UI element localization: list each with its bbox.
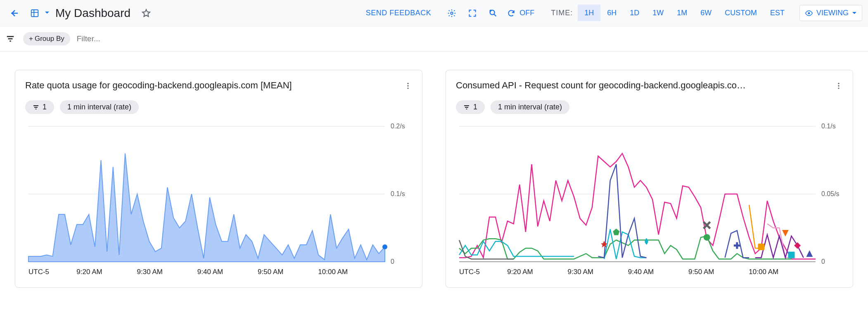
svg-text:0.1/s: 0.1/s [391,190,405,197]
interval-label: 1 min interval (rate) [498,103,562,111]
time-option-custom[interactable]: CUSTOM [718,5,764,21]
filter-icon [33,104,39,111]
svg-text:10:00 AM: 10:00 AM [318,268,348,276]
time-range-bar: TIME: 1H6H1D1W1M6WCUSTOMEST [540,9,791,17]
svg-point-19 [382,244,387,249]
viewing-label: VIEWING [816,9,849,17]
svg-point-6 [407,88,408,89]
more-vertical-icon[interactable] [833,80,844,93]
autorefresh-off-label: OFF [519,9,534,17]
back-arrow-icon[interactable] [6,5,22,21]
caret-down-icon [852,11,857,16]
more-vertical-icon[interactable] [402,80,414,93]
svg-text:UTC-5: UTC-5 [28,268,49,276]
svg-point-22 [838,88,839,89]
filter-input[interactable] [77,34,862,43]
card-title: Rate quota usage for geocoding-backend.g… [25,80,292,91]
svg-rect-36 [758,244,764,250]
chart-card-rate-quota: Rate quota usage for geocoding-backend.g… [15,70,422,288]
svg-rect-0 [31,9,38,17]
viewing-mode-button[interactable]: VIEWING [799,5,862,21]
svg-text:9:50 AM: 9:50 AM [258,268,283,276]
filter-lines-icon[interactable] [4,31,17,47]
svg-text:0: 0 [821,258,825,265]
svg-point-21 [838,85,839,86]
time-option-1m[interactable]: 1M [670,5,694,21]
time-option-6h[interactable]: 6H [600,5,623,21]
filterbar: + Group By [0,26,868,52]
filter-count: 1 [43,103,47,111]
chart-card-request-count: Consumed API - Request count for geocodi… [446,70,853,288]
time-option-1h[interactable]: 1H [578,5,600,21]
fullscreen-icon[interactable] [464,5,481,21]
time-option-1w[interactable]: 1W [646,5,670,21]
svg-text:9:40 AM: 9:40 AM [628,268,654,276]
svg-text:9:40 AM: 9:40 AM [197,268,223,276]
filter-count: 1 [473,103,477,111]
svg-text:UTC-5: UTC-5 [459,268,480,276]
eye-icon [805,9,813,17]
group-by-label: Group By [35,35,64,43]
time-option-est[interactable]: EST [764,5,791,21]
svg-point-35 [704,234,710,241]
svg-text:0.1/s: 0.1/s [821,123,836,130]
star-icon[interactable] [138,5,154,21]
dashboard-grid-icon[interactable] [26,5,43,21]
interval-chip[interactable]: 1 min interval (rate) [491,100,569,114]
svg-text:9:50 AM: 9:50 AM [688,268,714,276]
interval-chip[interactable]: 1 min interval (rate) [60,100,139,114]
chart-rate-quota[interactable]: 00.1/s0.2/sUTC-59:20 AM9:30 AM9:40 AM9:5… [25,122,414,279]
time-option-6w[interactable]: 6W [694,5,718,21]
svg-text:10:00 AM: 10:00 AM [749,268,778,276]
dashboard-dropdown-caret-icon[interactable] [45,10,50,17]
filter-icon [463,104,470,111]
svg-text:9:20 AM: 9:20 AM [76,268,102,276]
svg-point-5 [407,85,408,86]
group-by-button[interactable]: + Group By [23,32,70,45]
svg-text:0.05/s: 0.05/s [821,190,840,197]
zoom-reset-icon[interactable] [485,5,501,21]
svg-text:0.2/s: 0.2/s [391,123,405,130]
dashboard-grid: Rate quota usage for geocoding-backend.g… [0,52,868,306]
svg-point-3 [808,12,810,14]
filter-count-chip[interactable]: 1 [456,100,485,114]
svg-point-1 [451,12,453,14]
interval-label: 1 min interval (rate) [67,103,131,111]
svg-text:9:30 AM: 9:30 AM [568,268,593,276]
svg-text:9:30 AM: 9:30 AM [137,268,163,276]
refresh-icon[interactable]: OFF [505,5,536,21]
svg-point-4 [407,83,408,84]
send-feedback-button[interactable]: SEND FEEDBACK [366,9,432,17]
time-label: TIME: [551,9,573,17]
chart-request-count[interactable]: 00.05/s0.1/sUTC-59:20 AM9:30 AM9:40 AM9:… [456,122,844,279]
svg-point-20 [838,83,839,84]
page-title: My Dashboard [55,7,130,20]
svg-text:9:20 AM: 9:20 AM [507,268,533,276]
time-option-1d[interactable]: 1D [623,5,646,21]
svg-text:0: 0 [391,258,394,265]
card-title: Consumed API - Request count for geocodi… [456,80,746,91]
topbar: My Dashboard SEND FEEDBACK OFF TIME: 1H6… [0,0,868,26]
filter-count-chip[interactable]: 1 [25,100,54,114]
settings-gear-icon[interactable] [443,5,460,21]
svg-rect-37 [788,252,794,258]
